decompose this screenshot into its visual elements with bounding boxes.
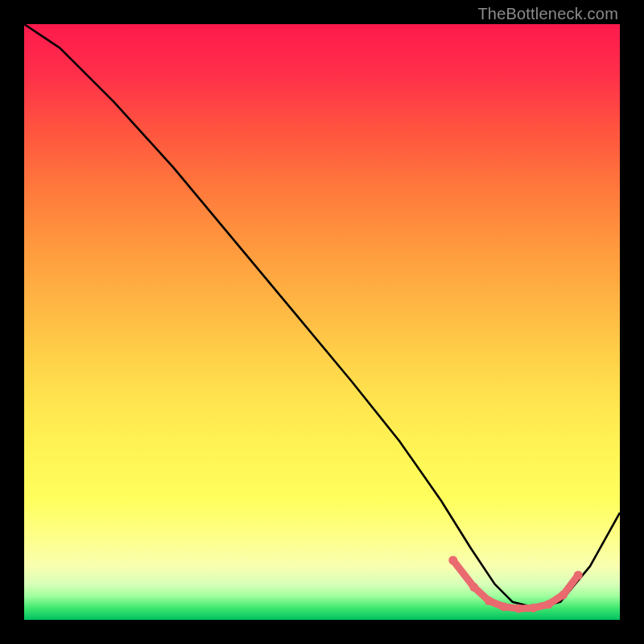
optimal-zone-point [448,556,457,565]
chart-overlay [24,24,620,620]
optimal-zone-point [574,571,583,580]
optimal-zone-point [559,590,568,599]
optimal-zone-point [544,600,553,609]
optimal-zone-point [514,604,523,613]
optimal-zone-line [453,560,578,609]
optimal-zone-point [499,602,508,611]
optimal-zone [448,556,582,613]
optimal-zone-point [469,583,478,592]
bottleneck-curve [24,24,620,608]
chart-container: TheBottleneck.com [0,0,644,644]
watermark-text: TheBottleneck.com [477,5,618,23]
optimal-zone-point [529,604,538,613]
optimal-zone-point [485,597,493,605]
plot-area [24,24,620,620]
